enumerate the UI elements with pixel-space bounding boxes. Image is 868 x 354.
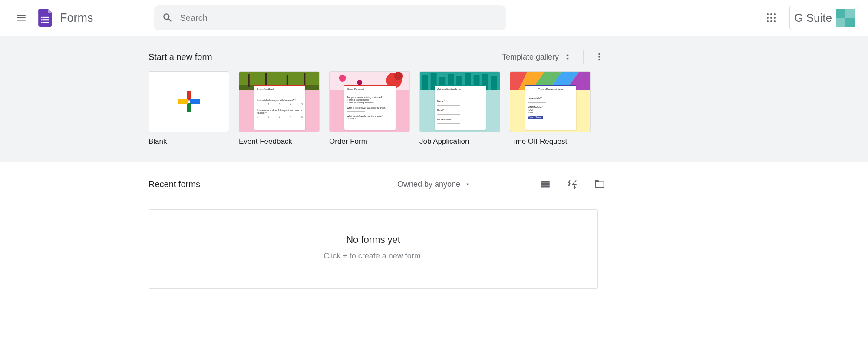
svg-point-11: [774, 17, 776, 19]
svg-point-14: [774, 20, 776, 22]
search-bar[interactable]: [154, 5, 506, 30]
gsuite-chip[interactable]: G Suite: [789, 6, 859, 30]
template-gallery-label: Template gallery: [502, 53, 559, 62]
templates-header: Start a new form Template gallery: [149, 46, 609, 68]
svg-rect-3: [43, 19, 49, 20]
template-thumb-job-application: Job application form Name * Email * Phon…: [419, 71, 500, 132]
apps-grid-icon: [766, 13, 776, 23]
svg-rect-20: [187, 103, 191, 113]
google-apps-button[interactable]: [761, 7, 782, 28]
more-vert-icon: [594, 52, 604, 62]
svg-rect-4: [41, 22, 43, 23]
template-card-event-feedback[interactable]: Event feedback How satisfied were you wi…: [239, 71, 320, 146]
svg-rect-5: [43, 22, 49, 23]
recent-section: Recent forms Owned by anyone No forms ye…: [0, 162, 868, 301]
svg-point-7: [770, 13, 772, 15]
template-gallery-button[interactable]: Template gallery: [497, 49, 577, 65]
recent-header: Recent forms Owned by anyone: [149, 175, 609, 194]
header-right: G Suite: [761, 6, 859, 30]
template-label: Event Feedback: [239, 137, 320, 146]
svg-rect-34: [422, 75, 428, 90]
svg-point-9: [767, 17, 769, 19]
template-card-job-application[interactable]: Job application form Name * Email * Phon…: [419, 71, 500, 146]
app-logo[interactable]: Forms: [36, 9, 93, 27]
svg-point-8: [774, 13, 776, 15]
svg-point-15: [598, 53, 600, 55]
dropdown-arrow-icon: [465, 181, 471, 187]
search-icon: [162, 12, 173, 23]
svg-point-30: [394, 72, 403, 80]
svg-rect-19: [190, 99, 200, 104]
sort-button[interactable]: [563, 175, 582, 194]
templates-section: Start a new form Template gallery: [0, 36, 868, 162]
list-view-icon: [540, 179, 551, 190]
divider: [583, 50, 584, 64]
svg-rect-2: [41, 19, 43, 20]
open-file-picker-button[interactable]: [590, 175, 609, 194]
template-label: Job Application: [419, 137, 500, 146]
template-label: Time Off Request: [510, 137, 591, 146]
svg-point-6: [767, 13, 769, 15]
template-card-blank[interactable]: Blank: [149, 71, 229, 146]
recent-title: Recent forms: [149, 179, 200, 189]
owner-filter-label: Owned by anyone: [397, 180, 460, 189]
svg-rect-1: [43, 17, 49, 18]
svg-point-12: [767, 20, 769, 22]
template-card-time-off[interactable]: Time off request form Leave date(s) * AM…: [510, 71, 591, 146]
hamburger-icon: [16, 12, 27, 23]
account-avatar[interactable]: [836, 9, 855, 27]
svg-point-13: [770, 20, 772, 22]
svg-point-17: [598, 59, 600, 61]
template-label: Order Form: [329, 137, 410, 146]
template-thumb-time-off: Time off request form Leave date(s) * AM…: [510, 71, 591, 132]
templates-title: Start a new form: [149, 52, 212, 62]
template-thumb-event-feedback: Event feedback How satisfied were you wi…: [239, 71, 320, 132]
forms-logo-icon: [36, 9, 55, 27]
empty-title: No forms yet: [149, 234, 597, 245]
svg-point-10: [770, 17, 772, 19]
svg-rect-24: [248, 74, 250, 87]
sort-az-icon: [567, 179, 578, 190]
empty-state: No forms yet Click + to create a new for…: [149, 209, 598, 289]
template-card-order-form[interactable]: Order Request Are you a new or existing …: [329, 71, 410, 146]
app-name: Forms: [60, 11, 93, 25]
app-header: Forms G Suite: [0, 0, 868, 36]
template-thumb-blank: [149, 71, 229, 132]
folder-icon: [594, 179, 605, 190]
gsuite-label: G Suite: [794, 11, 832, 25]
template-label: Blank: [149, 137, 229, 146]
svg-point-31: [339, 75, 346, 82]
svg-rect-18: [187, 91, 191, 101]
template-row: Blank Event feedback How satisfied were …: [149, 71, 609, 146]
main-menu-button[interactable]: [9, 5, 34, 30]
owner-filter-dropdown[interactable]: Owned by anyone: [393, 177, 475, 192]
svg-rect-42: [491, 76, 497, 90]
svg-rect-0: [41, 17, 43, 18]
empty-subtitle: Click + to create a new form.: [149, 251, 597, 261]
plus-icon: [176, 89, 202, 115]
template-thumb-order-form: Order Request Are you a new or existing …: [329, 71, 410, 132]
unfold-icon: [563, 53, 572, 61]
templates-more-button[interactable]: [590, 47, 609, 66]
svg-point-16: [598, 56, 600, 58]
list-view-button[interactable]: [536, 175, 555, 194]
svg-rect-21: [178, 99, 188, 104]
search-input[interactable]: [180, 13, 498, 23]
recent-view-controls: [536, 175, 609, 194]
